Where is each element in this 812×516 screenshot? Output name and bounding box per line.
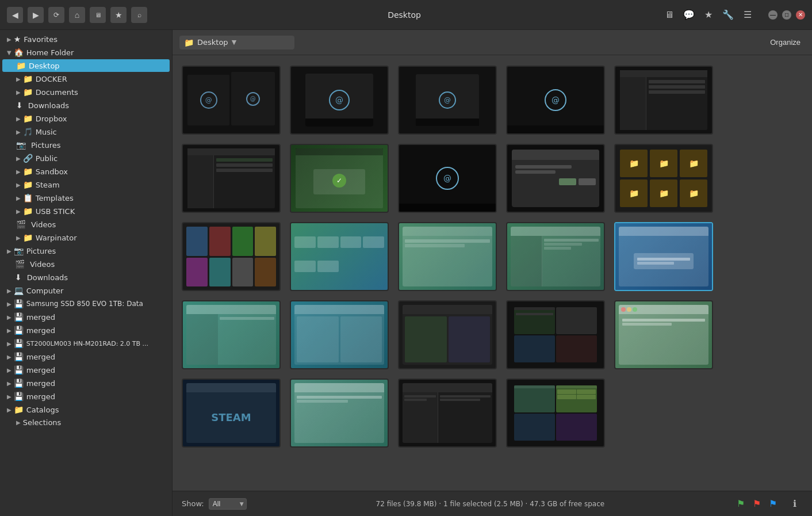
sidebar-item-steam[interactable]: ▶ 📁 Steam	[2, 178, 170, 191]
drive-icon: 💾	[14, 365, 24, 374]
sidebar-item-videos-top[interactable]: 🎬 Videos	[2, 258, 170, 270]
location-bar[interactable]: 📁 Desktop ▼	[179, 36, 294, 49]
thumbnail-item[interactable]	[398, 379, 497, 448]
home-button[interactable]: ⌂	[69, 7, 85, 23]
sidebar-item-merged4[interactable]: ▶ 💾 merged	[2, 364, 170, 376]
drive-icon: 💾	[14, 339, 24, 348]
thumbnail-item[interactable]: 📁 📁 📁 📁 📁 📁	[614, 144, 713, 213]
pictures-icon: 📷	[14, 246, 24, 255]
minimize-button[interactable]: —	[768, 10, 777, 20]
back-button[interactable]: ◀	[7, 7, 23, 23]
main-area: ▶ ★ Favorites ▼ 🏠 Home Folder 📁 Desktop …	[0, 30, 812, 516]
drive-icon: 💾	[14, 312, 24, 322]
sidebar-item-favorites[interactable]: ▶ ★ Favorites	[2, 33, 170, 45]
sidebar-item-pictures-home[interactable]: 📷 Pictures	[2, 139, 170, 151]
sidebar-item-music[interactable]: ▶ 🎵 Music	[2, 125, 170, 138]
sidebar-item-warpinator[interactable]: ▶ 📁 Warpinator	[2, 231, 170, 244]
expand-arrow: ▶	[16, 76, 21, 82]
dropdown-arrow-icon: ▼	[232, 39, 236, 46]
expand-arrow: ▶	[7, 380, 12, 387]
sidebar-item-templates[interactable]: ▶ 📋 Templates	[2, 192, 170, 204]
sidebar-item-documents[interactable]: ▶ 📁 Documents	[2, 86, 170, 98]
chat-icon-btn[interactable]: 💬	[681, 7, 697, 23]
sidebar-item-computer[interactable]: ▶ 💻 Computer	[2, 284, 170, 297]
menu-icon-btn[interactable]: ☰	[740, 7, 756, 23]
organize-button[interactable]: Organize	[765, 36, 805, 49]
maximize-button[interactable]: □	[782, 10, 791, 20]
sidebar-item-catalogs[interactable]: ▶ 📁 Catalogs	[2, 403, 170, 416]
expand-arrow: ▶	[7, 301, 12, 307]
green-flag-button[interactable]: ⚑	[734, 497, 748, 511]
sidebar-item-videos-home[interactable]: 🎬 Videos	[2, 218, 170, 231]
thumbnail-item[interactable]: @	[506, 66, 605, 135]
sidebar-item-downloads-home[interactable]: ⬇ Downloads	[2, 99, 170, 112]
sidebar-item-st2000[interactable]: ▶ 💾 ST2000LM003 HN-M201RAD: 2.0 TB ...	[2, 337, 170, 350]
info-button[interactable]: ℹ	[787, 496, 803, 512]
sidebar-item-merged6[interactable]: ▶ 💾 merged	[2, 390, 170, 403]
thumbnail-item[interactable]: @	[290, 66, 389, 135]
sidebar-item-sandbox[interactable]: ▶ 📁 Sandbox	[2, 165, 170, 178]
expand-arrow: ▶	[7, 407, 12, 413]
sidebar-item-usb[interactable]: ▶ 📁 USB STICK	[2, 205, 170, 217]
thumbnail-item[interactable]	[290, 300, 389, 369]
red-flag-button[interactable]: ⚑	[750, 497, 764, 511]
show-select-wrapper: All Photos Videos Other ▼	[209, 498, 247, 510]
sidebar-item-pictures-top[interactable]: ▶ 📷 Pictures	[2, 244, 170, 257]
monitor-icon-btn[interactable]: 🖥	[661, 7, 677, 23]
sidebar-item-merged3[interactable]: ▶ 💾 merged	[2, 350, 170, 363]
sidebar-item-label: Computer	[26, 286, 64, 295]
sidebar-item-merged2[interactable]: ▶ 💾 merged	[2, 324, 170, 337]
thumbnail-item[interactable]	[290, 222, 389, 291]
sidebar-item-selections[interactable]: ▶ Selections	[2, 416, 170, 429]
thumbnail-item[interactable]: @	[398, 144, 497, 213]
thumbnail-item[interactable]: STEAM	[182, 379, 281, 448]
titlebar-right: 🖥 💬 ★ 🔧 ☰ — □ ✕	[661, 7, 805, 23]
sidebar-item-label: Dropbox	[36, 114, 67, 123]
bookmark-button[interactable]: ★	[110, 7, 127, 23]
computer-button[interactable]: 🖥	[90, 7, 106, 23]
sidebar-item-label: merged	[26, 379, 55, 388]
show-label: Show:	[182, 499, 204, 508]
sidebar-item-docker[interactable]: ▶ 📁 DOCKER	[2, 72, 170, 85]
blue-flag-button[interactable]: ⚑	[766, 497, 780, 511]
thumbnail-item[interactable]: ✓	[290, 144, 389, 213]
forward-button[interactable]: ▶	[28, 7, 44, 23]
sidebar: ▶ ★ Favorites ▼ 🏠 Home Folder 📁 Desktop …	[0, 30, 173, 516]
video-icon: 🎬	[15, 259, 25, 269]
thumbnail-item[interactable]	[506, 144, 605, 213]
sidebar-item-downloads-top[interactable]: ⬇ Downloads	[2, 271, 170, 284]
history-button[interactable]: ⟳	[48, 7, 64, 23]
thumbnail-item[interactable]	[398, 300, 497, 369]
thumbnail-item[interactable]	[182, 300, 281, 369]
wrench-icon-btn[interactable]: 🔧	[720, 7, 736, 23]
close-button[interactable]: ✕	[796, 10, 805, 20]
sidebar-item-samsung[interactable]: ▶ 💾 Samsung SSD 850 EVO 1TB: Data	[2, 297, 170, 310]
sidebar-item-home[interactable]: ▼ 🏠 Home Folder	[2, 46, 170, 59]
star-icon-btn[interactable]: ★	[700, 7, 717, 23]
sidebar-item-public[interactable]: ▶ 🔗 Public	[2, 152, 170, 165]
thumbnail-item[interactable]: @ @	[182, 66, 281, 135]
thumbnail-item[interactable]	[182, 222, 281, 291]
thumbnail-item[interactable]	[506, 222, 605, 291]
thumbnail-item[interactable]	[290, 379, 389, 448]
thumbnail-item[interactable]: @	[398, 66, 497, 135]
sidebar-item-label: Public	[36, 154, 58, 163]
thumbnail-item[interactable]	[182, 144, 281, 213]
thumbnail-item-selected[interactable]	[614, 222, 713, 291]
show-select[interactable]: All Photos Videos Other	[209, 498, 247, 510]
sidebar-item-desktop[interactable]: 📁 Desktop	[2, 59, 170, 72]
thumbnail-item[interactable]	[506, 300, 605, 369]
expand-arrow: ▶	[16, 419, 21, 426]
thumbnail-item[interactable]	[614, 66, 713, 135]
thumbnail-item[interactable]	[614, 300, 713, 369]
drive-icon: 💾	[14, 392, 24, 401]
sidebar-item-merged1[interactable]: ▶ 💾 merged	[2, 311, 170, 323]
sidebar-item-merged5[interactable]: ▶ 💾 merged	[2, 377, 170, 389]
expand-arrow: ▶	[7, 367, 12, 373]
sidebar-item-dropbox[interactable]: ▶ 📁 Dropbox	[2, 112, 170, 125]
thumbnail-item[interactable]	[398, 222, 497, 291]
search-button[interactable]: ⌕	[131, 7, 147, 23]
thumbnail-item[interactable]	[506, 379, 605, 448]
expand-arrow: ▶	[7, 288, 12, 294]
folder-icon: 📁	[14, 405, 24, 414]
